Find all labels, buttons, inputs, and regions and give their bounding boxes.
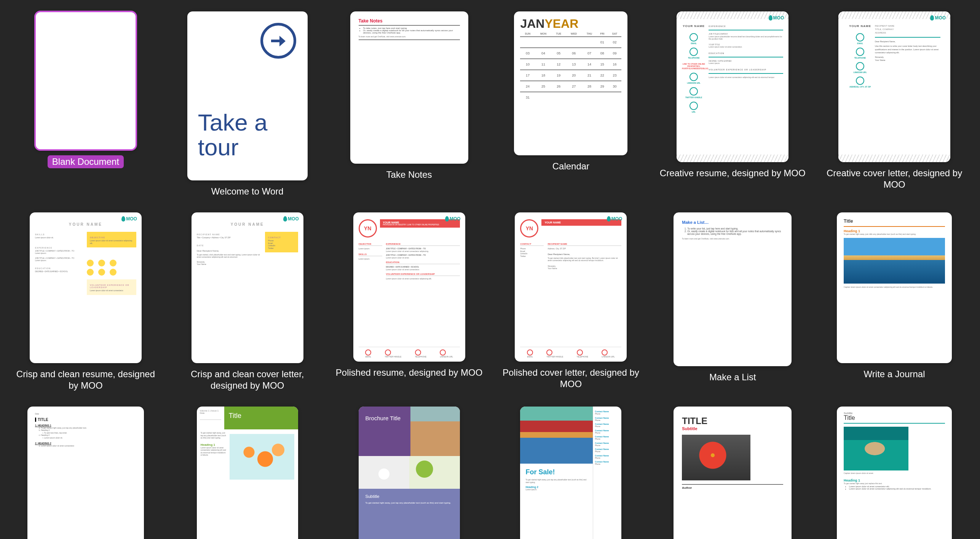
template-thumb-blank[interactable] bbox=[35, 11, 136, 150]
outline-title: TITLE bbox=[35, 418, 136, 422]
calendar-grid: SUN MON TUE WED THU FRI SAT 0102 0304050… bbox=[520, 31, 621, 103]
cal-day: SUN bbox=[520, 31, 535, 37]
template-thumb-newsletter[interactable]: Volume 1 | Issue 1Date Title To get star… bbox=[197, 407, 298, 539]
section-heading: SKILLS bbox=[359, 253, 382, 255]
template-item-moo-yellow-cover[interactable]: MOO YOUR NAME RECIPIENT NAME Title • Com… bbox=[173, 212, 322, 391]
template-item-paper-toc[interactable]: TITLE Subtitle Author Paper with Cover a… bbox=[658, 407, 807, 539]
template-label: Polished cover letter, designed by MOO bbox=[497, 367, 645, 390]
template-thumb-moo-yellow-cover[interactable]: MOO YOUR NAME RECIPIENT NAME Title • Com… bbox=[192, 212, 303, 363]
flyer-headline: For Sale! bbox=[525, 468, 587, 476]
template-thumb-notes[interactable]: Take Notes To take notes, just tap here … bbox=[350, 11, 468, 164]
template-label: Calendar bbox=[552, 161, 589, 172]
template-thumb-journal[interactable]: Title Heading 1 To get started right awa… bbox=[837, 212, 952, 363]
section-heading: EXPERIENCE bbox=[709, 25, 783, 27]
template-thumb-moo-cover[interactable]: MOO YOUR NAME EMAIL TELEPHONE LINKEDIN U… bbox=[838, 11, 950, 162]
template-label: Blank Document bbox=[48, 155, 124, 168]
template-thumb-list[interactable]: Make a List… To write your list, just ta… bbox=[674, 212, 792, 366]
cal-year-text: YEAR bbox=[544, 17, 578, 30]
cal-day: SAT bbox=[608, 31, 622, 37]
cal-day: MON bbox=[535, 31, 551, 37]
template-thumb-calendar[interactable]: JANYEAR SUN MON TUE WED THU FRI SAT 0102… bbox=[514, 11, 627, 155]
section-heading: VOLUNTEER EXPERIENCE OR LEADERSHIP bbox=[90, 284, 133, 289]
template-thumb-flyer[interactable]: For Sale! To get started right away, jus… bbox=[520, 407, 621, 539]
cover-greeting: Dear Recipient Name, bbox=[875, 40, 940, 43]
initials-circle-icon: YN bbox=[520, 219, 538, 238]
food-photo-icon bbox=[359, 456, 409, 489]
notes-bullet: Or, easily create a digital notebook for… bbox=[363, 29, 460, 34]
template-item-notes[interactable]: Take Notes To take notes, just tap here … bbox=[335, 11, 484, 197]
beach-photo-icon bbox=[844, 238, 945, 284]
map-pin-icon bbox=[856, 77, 864, 85]
dot-icon bbox=[98, 260, 105, 266]
template-thumb-outline[interactable]: Date TITLE 1. HEADING 1 a. To get starte… bbox=[27, 407, 144, 539]
linkedin-icon bbox=[690, 73, 698, 81]
food-photo-icon bbox=[409, 456, 460, 489]
contact-label: ADDRESS, CITY, ST ZIP bbox=[848, 86, 872, 88]
moo-logo-icon: MOO bbox=[930, 15, 946, 21]
resume-name: YOUR NAME bbox=[682, 24, 705, 28]
news-title: Title bbox=[224, 407, 298, 429]
template-item-flyer[interactable]: For Sale! To get started right away, jus… bbox=[497, 407, 645, 539]
phone-icon bbox=[577, 349, 583, 356]
template-item-brochure[interactable]: Brochure Title Subtitle To get started r… bbox=[335, 407, 484, 539]
contact-icons-row: EMAIL TWITTER HANDLE TELEPHONE LINKEDIN … bbox=[359, 347, 460, 358]
section-heading: DATE bbox=[197, 244, 263, 247]
template-label: Crisp and clean resume, designed by MOO bbox=[11, 368, 160, 391]
journal-heading1: Heading 1 bbox=[844, 229, 945, 233]
section-heading: CONTACT bbox=[268, 236, 295, 239]
envelope-icon bbox=[856, 33, 864, 41]
cover-sign: Sincerely, Your Name bbox=[547, 265, 621, 270]
template-thumb-moo-red-resume[interactable]: MOO YN YOUR NAME PROFESSION OR INDUSTRY … bbox=[353, 212, 465, 362]
template-thumb-moo-resume[interactable]: MOO YOUR NAME EMAIL TELEPHONE LINK TO OT… bbox=[677, 11, 788, 162]
flyer-h2: Heading 2 bbox=[525, 486, 587, 488]
template-item-list[interactable]: Make a List… To write your list, just ta… bbox=[658, 212, 807, 391]
contact-label: LINK TO OTHER ONLINE PROPERTIES: PORTFOL… bbox=[682, 63, 705, 70]
template-item-moo-cover[interactable]: MOO YOUR NAME EMAIL TELEPHONE LINKEDIN U… bbox=[820, 11, 969, 197]
template-item-outline[interactable]: Date TITLE 1. HEADING 1 a. To get starte… bbox=[11, 407, 160, 539]
section-heading: VOLUNTEER EXPERIENCE OR LEADERSHIP bbox=[709, 69, 783, 71]
phone-icon bbox=[856, 48, 864, 56]
template-item-moo-resume[interactable]: MOO YOUR NAME EMAIL TELEPHONE LINK TO OT… bbox=[658, 11, 807, 197]
dot-icon bbox=[87, 260, 94, 266]
template-item-research[interactable]: Subtitle Title Caption lorem ipsum dolor… bbox=[820, 407, 969, 539]
news-heading1: Heading 1 bbox=[201, 443, 227, 447]
section-heading: EDUCATION bbox=[709, 52, 783, 54]
contact-label: TELEPHONE bbox=[682, 57, 705, 59]
cal-day: THU bbox=[582, 31, 597, 37]
template-thumb-moo-red-cover[interactable]: MOO YN YOUR NAME CONTACT PhoneEmailLinke… bbox=[515, 212, 627, 362]
template-item-moo-red-cover[interactable]: MOO YN YOUR NAME CONTACT PhoneEmailLinke… bbox=[497, 212, 645, 391]
template-item-tour[interactable]: Take a tour Welcome to Word bbox=[173, 11, 322, 197]
template-thumb-tour[interactable]: Take a tour bbox=[187, 11, 308, 180]
paper-title: TITLE bbox=[682, 416, 783, 426]
template-item-blank[interactable]: Blank Document bbox=[11, 11, 160, 197]
contact-label: LINKEDIN URL bbox=[848, 71, 872, 73]
list-item: To write your list, just tap here and st… bbox=[687, 227, 783, 230]
template-thumb-paper-toc[interactable]: TITLE Subtitle Author bbox=[674, 407, 792, 539]
initials-circle-icon: YN bbox=[359, 219, 377, 238]
leaf-photo-icon bbox=[682, 435, 750, 480]
linkedin-icon bbox=[602, 349, 608, 356]
template-label: Creative cover letter, designed by MOO bbox=[820, 167, 969, 190]
section-heading: EXPERIENCE bbox=[35, 247, 85, 249]
boats-photo-icon bbox=[520, 407, 593, 464]
template-label: Crisp and clean cover letter, designed b… bbox=[173, 368, 322, 391]
moo-logo-icon: MOO bbox=[445, 216, 461, 222]
section-sub: DEGREE • DATE EARNED • SCHOOL bbox=[35, 270, 85, 273]
template-item-moo-yellow-resume[interactable]: MOO YOUR NAME SKILLS Lorem ipsum dolor s… bbox=[11, 212, 160, 391]
moo-logo-icon: MOO bbox=[607, 216, 622, 222]
template-thumb-brochure[interactable]: Brochure Title Subtitle To get started r… bbox=[359, 407, 460, 539]
phone-icon bbox=[415, 349, 421, 356]
template-item-journal[interactable]: Title Heading 1 To get started right awa… bbox=[820, 212, 969, 391]
template-thumb-research[interactable]: Subtitle Title Caption lorem ipsum dolor… bbox=[837, 407, 952, 539]
template-gallery: Blank Document Take a tour Welcome to Wo… bbox=[0, 0, 980, 539]
envelope-icon bbox=[690, 33, 698, 41]
template-item-newsletter[interactable]: Volume 1 | Issue 1Date Title To get star… bbox=[173, 407, 322, 539]
template-item-moo-red-resume[interactable]: MOO YN YOUR NAME PROFESSION OR INDUSTRY … bbox=[335, 212, 484, 391]
cover-greeting: Dear Recipient Name, bbox=[197, 250, 263, 252]
twitter-icon bbox=[546, 349, 552, 356]
section-heading: CONTACT bbox=[520, 243, 544, 245]
research-subtitle: Subtitle bbox=[844, 412, 945, 415]
template-label: Take Notes bbox=[386, 169, 432, 180]
template-thumb-moo-yellow-resume[interactable]: MOO YOUR NAME SKILLS Lorem ipsum dolor s… bbox=[30, 212, 142, 363]
template-item-calendar[interactable]: JANYEAR SUN MON TUE WED THU FRI SAT 0102… bbox=[497, 11, 645, 197]
